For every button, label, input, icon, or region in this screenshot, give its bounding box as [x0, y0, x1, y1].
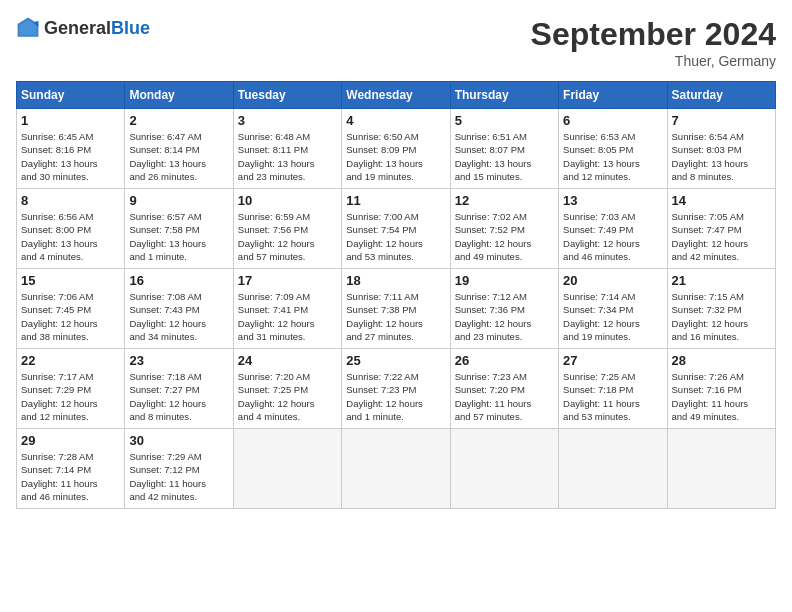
week-row-1: 1Sunrise: 6:45 AM Sunset: 8:16 PM Daylig… [17, 109, 776, 189]
day-info: Sunrise: 7:14 AM Sunset: 7:34 PM Dayligh… [563, 290, 662, 343]
day-number: 1 [21, 113, 120, 128]
day-cell: 11Sunrise: 7:00 AM Sunset: 7:54 PM Dayli… [342, 189, 450, 269]
day-cell: 15Sunrise: 7:06 AM Sunset: 7:45 PM Dayli… [17, 269, 125, 349]
column-header-friday: Friday [559, 82, 667, 109]
day-cell: 12Sunrise: 7:02 AM Sunset: 7:52 PM Dayli… [450, 189, 558, 269]
day-number: 3 [238, 113, 337, 128]
day-number: 23 [129, 353, 228, 368]
day-cell: 16Sunrise: 7:08 AM Sunset: 7:43 PM Dayli… [125, 269, 233, 349]
day-info: Sunrise: 7:11 AM Sunset: 7:38 PM Dayligh… [346, 290, 445, 343]
logo-blue: Blue [111, 18, 150, 38]
day-cell: 17Sunrise: 7:09 AM Sunset: 7:41 PM Dayli… [233, 269, 341, 349]
month-year: September 2024 [531, 16, 776, 53]
day-cell: 7Sunrise: 6:54 AM Sunset: 8:03 PM Daylig… [667, 109, 775, 189]
day-cell: 25Sunrise: 7:22 AM Sunset: 7:23 PM Dayli… [342, 349, 450, 429]
day-cell: 26Sunrise: 7:23 AM Sunset: 7:20 PM Dayli… [450, 349, 558, 429]
day-info: Sunrise: 7:28 AM Sunset: 7:14 PM Dayligh… [21, 450, 120, 503]
day-cell: 14Sunrise: 7:05 AM Sunset: 7:47 PM Dayli… [667, 189, 775, 269]
day-cell: 30Sunrise: 7:29 AM Sunset: 7:12 PM Dayli… [125, 429, 233, 509]
day-cell: 2Sunrise: 6:47 AM Sunset: 8:14 PM Daylig… [125, 109, 233, 189]
logo-general: General [44, 18, 111, 38]
day-number: 15 [21, 273, 120, 288]
column-header-sunday: Sunday [17, 82, 125, 109]
page-header: GeneralBlue September 2024 Thuer, German… [16, 16, 776, 69]
day-cell: 28Sunrise: 7:26 AM Sunset: 7:16 PM Dayli… [667, 349, 775, 429]
day-cell: 23Sunrise: 7:18 AM Sunset: 7:27 PM Dayli… [125, 349, 233, 429]
day-number: 19 [455, 273, 554, 288]
day-info: Sunrise: 7:12 AM Sunset: 7:36 PM Dayligh… [455, 290, 554, 343]
day-cell [450, 429, 558, 509]
day-info: Sunrise: 6:59 AM Sunset: 7:56 PM Dayligh… [238, 210, 337, 263]
day-cell: 1Sunrise: 6:45 AM Sunset: 8:16 PM Daylig… [17, 109, 125, 189]
day-info: Sunrise: 7:03 AM Sunset: 7:49 PM Dayligh… [563, 210, 662, 263]
column-header-wednesday: Wednesday [342, 82, 450, 109]
day-info: Sunrise: 7:29 AM Sunset: 7:12 PM Dayligh… [129, 450, 228, 503]
day-number: 21 [672, 273, 771, 288]
day-info: Sunrise: 7:09 AM Sunset: 7:41 PM Dayligh… [238, 290, 337, 343]
day-number: 5 [455, 113, 554, 128]
column-header-monday: Monday [125, 82, 233, 109]
day-info: Sunrise: 7:20 AM Sunset: 7:25 PM Dayligh… [238, 370, 337, 423]
column-header-tuesday: Tuesday [233, 82, 341, 109]
week-row-2: 8Sunrise: 6:56 AM Sunset: 8:00 PM Daylig… [17, 189, 776, 269]
week-row-5: 29Sunrise: 7:28 AM Sunset: 7:14 PM Dayli… [17, 429, 776, 509]
day-info: Sunrise: 7:06 AM Sunset: 7:45 PM Dayligh… [21, 290, 120, 343]
logo: GeneralBlue [16, 16, 150, 40]
day-number: 8 [21, 193, 120, 208]
day-cell: 21Sunrise: 7:15 AM Sunset: 7:32 PM Dayli… [667, 269, 775, 349]
day-number: 10 [238, 193, 337, 208]
day-cell [233, 429, 341, 509]
day-info: Sunrise: 6:45 AM Sunset: 8:16 PM Dayligh… [21, 130, 120, 183]
day-number: 27 [563, 353, 662, 368]
day-cell: 4Sunrise: 6:50 AM Sunset: 8:09 PM Daylig… [342, 109, 450, 189]
column-header-saturday: Saturday [667, 82, 775, 109]
day-cell: 27Sunrise: 7:25 AM Sunset: 7:18 PM Dayli… [559, 349, 667, 429]
column-header-thursday: Thursday [450, 82, 558, 109]
day-info: Sunrise: 6:48 AM Sunset: 8:11 PM Dayligh… [238, 130, 337, 183]
day-number: 11 [346, 193, 445, 208]
day-info: Sunrise: 6:57 AM Sunset: 7:58 PM Dayligh… [129, 210, 228, 263]
day-number: 29 [21, 433, 120, 448]
day-number: 25 [346, 353, 445, 368]
day-cell: 20Sunrise: 7:14 AM Sunset: 7:34 PM Dayli… [559, 269, 667, 349]
day-cell: 6Sunrise: 6:53 AM Sunset: 8:05 PM Daylig… [559, 109, 667, 189]
day-number: 2 [129, 113, 228, 128]
logo-text: GeneralBlue [44, 18, 150, 39]
day-cell [342, 429, 450, 509]
day-info: Sunrise: 6:53 AM Sunset: 8:05 PM Dayligh… [563, 130, 662, 183]
day-cell: 24Sunrise: 7:20 AM Sunset: 7:25 PM Dayli… [233, 349, 341, 429]
day-info: Sunrise: 6:47 AM Sunset: 8:14 PM Dayligh… [129, 130, 228, 183]
day-info: Sunrise: 7:22 AM Sunset: 7:23 PM Dayligh… [346, 370, 445, 423]
day-number: 9 [129, 193, 228, 208]
day-number: 16 [129, 273, 228, 288]
day-info: Sunrise: 7:25 AM Sunset: 7:18 PM Dayligh… [563, 370, 662, 423]
calendar-table: SundayMondayTuesdayWednesdayThursdayFrid… [16, 81, 776, 509]
day-info: Sunrise: 6:56 AM Sunset: 8:00 PM Dayligh… [21, 210, 120, 263]
day-cell: 22Sunrise: 7:17 AM Sunset: 7:29 PM Dayli… [17, 349, 125, 429]
day-number: 7 [672, 113, 771, 128]
day-number: 18 [346, 273, 445, 288]
day-cell: 9Sunrise: 6:57 AM Sunset: 7:58 PM Daylig… [125, 189, 233, 269]
day-number: 28 [672, 353, 771, 368]
day-cell: 19Sunrise: 7:12 AM Sunset: 7:36 PM Dayli… [450, 269, 558, 349]
day-cell [667, 429, 775, 509]
week-row-4: 22Sunrise: 7:17 AM Sunset: 7:29 PM Dayli… [17, 349, 776, 429]
day-cell: 18Sunrise: 7:11 AM Sunset: 7:38 PM Dayli… [342, 269, 450, 349]
day-number: 14 [672, 193, 771, 208]
day-number: 13 [563, 193, 662, 208]
day-cell: 3Sunrise: 6:48 AM Sunset: 8:11 PM Daylig… [233, 109, 341, 189]
location: Thuer, Germany [531, 53, 776, 69]
day-number: 4 [346, 113, 445, 128]
day-info: Sunrise: 6:51 AM Sunset: 8:07 PM Dayligh… [455, 130, 554, 183]
day-cell: 5Sunrise: 6:51 AM Sunset: 8:07 PM Daylig… [450, 109, 558, 189]
day-number: 24 [238, 353, 337, 368]
day-number: 22 [21, 353, 120, 368]
day-info: Sunrise: 7:17 AM Sunset: 7:29 PM Dayligh… [21, 370, 120, 423]
day-cell [559, 429, 667, 509]
day-info: Sunrise: 7:02 AM Sunset: 7:52 PM Dayligh… [455, 210, 554, 263]
day-cell: 13Sunrise: 7:03 AM Sunset: 7:49 PM Dayli… [559, 189, 667, 269]
day-info: Sunrise: 7:18 AM Sunset: 7:27 PM Dayligh… [129, 370, 228, 423]
week-row-3: 15Sunrise: 7:06 AM Sunset: 7:45 PM Dayli… [17, 269, 776, 349]
day-number: 17 [238, 273, 337, 288]
header-row: SundayMondayTuesdayWednesdayThursdayFrid… [17, 82, 776, 109]
